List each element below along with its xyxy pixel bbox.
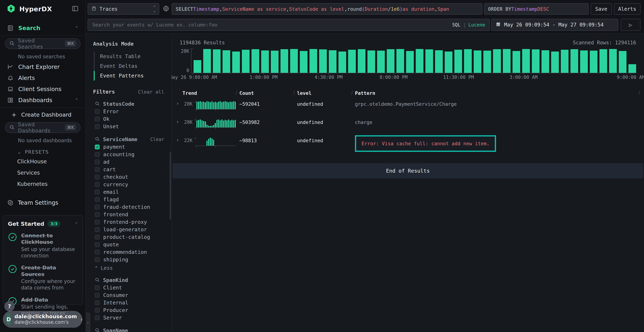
analysis-mode-results-table[interactable]: Results Table (94, 52, 172, 61)
row-expand-chevron-icon[interactable]: › (174, 116, 182, 125)
filter-option-server[interactable]: Server (86, 314, 172, 322)
checkbox-icon[interactable] (95, 235, 100, 240)
team-settings-item[interactable]: Team Settings (0, 190, 86, 206)
checkbox-icon[interactable] (95, 212, 100, 217)
column-header-trend[interactable]: Trend (182, 88, 239, 98)
language-toggle-lucene[interactable]: Lucene (468, 22, 485, 28)
column-header-count[interactable]: Count⋮⋮ (239, 88, 297, 98)
analysis-mode-event-patterns[interactable]: Event Patterns (94, 71, 172, 80)
filter-option-checkout[interactable]: checkout (86, 173, 172, 181)
checkbox-checked-icon[interactable] (95, 144, 100, 149)
save-button[interactable]: Save (591, 3, 612, 15)
filter-option-load-generator[interactable]: load-generator (86, 226, 172, 233)
create-dashboard-button[interactable]: + Create Dashboard (0, 110, 86, 120)
get-started-item[interactable]: Connect to ClickHouse Set up your databa… (8, 232, 78, 259)
chevron-up-icon[interactable]: ⌃ (75, 98, 78, 103)
filter-option-accounting[interactable]: accounting (86, 150, 172, 158)
sidebar-collapse-icon[interactable] (71, 5, 79, 13)
filter-option-email[interactable]: email (86, 188, 172, 196)
filter-option-client[interactable]: Client (86, 284, 172, 292)
filter-option-producer[interactable]: Producer (86, 306, 172, 314)
language-toggle-sql[interactable]: SQL (452, 22, 460, 28)
checkbox-icon[interactable] (95, 167, 100, 172)
search-input[interactable]: Search your events w/ Lucene ex. column:… (88, 19, 490, 31)
search-icon[interactable] (95, 101, 100, 107)
sidebar-item-alerts[interactable]: Alerts (0, 72, 86, 84)
checkbox-icon[interactable] (95, 227, 100, 232)
order-by-editor[interactable]: ORDER BY Timestamp DESC (484, 3, 588, 15)
clear-all-filters-link[interactable]: Clear all (138, 89, 164, 95)
column-drag-handle-icon[interactable]: ⋮⋮ (350, 90, 359, 95)
show-less-toggle[interactable]: ⌃ Less (86, 263, 172, 271)
analysis-mode-event-deltas[interactable]: Event Deltas (94, 61, 172, 71)
chevron-up-icon[interactable]: ⌃ (75, 222, 78, 226)
checkbox-icon[interactable] (95, 182, 100, 187)
search-icon[interactable] (95, 136, 100, 142)
alerts-button[interactable]: Alerts (614, 3, 640, 15)
checkbox-icon[interactable] (95, 197, 100, 202)
checkbox-icon[interactable] (95, 124, 100, 129)
sidebar-item-dashboards[interactable]: Dashboards ⌃ (0, 95, 86, 106)
sidebar-item-search[interactable]: Search ⌃ (0, 22, 86, 34)
row-expand-chevron-icon[interactable]: › (174, 98, 182, 106)
checkbox-icon[interactable] (95, 300, 100, 305)
checkbox-icon[interactable] (95, 117, 100, 122)
preset-kubernetes[interactable]: Kubernetes (0, 178, 86, 190)
date-range-picker[interactable]: May 26 09:09:54 - May 27 09:09:54 (491, 19, 618, 31)
filter-option-fraud-detection[interactable]: fraud-detection (86, 203, 172, 211)
checkbox-icon[interactable] (95, 257, 100, 262)
checkbox-icon[interactable] (95, 205, 100, 210)
search-icon[interactable] (95, 277, 100, 283)
get-started-item[interactable]: Create Data Sources Configure where your… (8, 264, 78, 291)
pattern-row[interactable]: › 22K ~98813 undefined Error: Visa cache… (172, 134, 644, 152)
preset-services[interactable]: Services (0, 167, 86, 178)
checkbox-icon[interactable] (95, 190, 100, 194)
chevron-up-icon[interactable]: ⌃ (75, 26, 78, 30)
filter-option-recommendation[interactable]: recommendation (86, 248, 172, 256)
checkbox-icon[interactable] (95, 315, 100, 320)
sidebar-item-client-sessions[interactable]: Client Sessions (0, 84, 86, 95)
filter-option-frontend-proxy[interactable]: frontend-proxy (86, 218, 172, 226)
checkbox-icon[interactable] (95, 242, 100, 247)
sql-select-editor[interactable]: SELECT Timestamp, ServiceName as service… (172, 3, 482, 15)
filter-option-quote[interactable]: quote (86, 241, 172, 248)
checkbox-icon[interactable] (95, 160, 100, 164)
filter-option-payment[interactable]: payment (86, 143, 172, 150)
pattern-row[interactable]: › 28K ~503982 undefined charge (172, 116, 644, 134)
presets-section-header[interactable]: ⌄ PRESETS (0, 145, 86, 156)
column-drag-handle-icon[interactable]: ⋮⋮ (292, 90, 301, 95)
search-icon[interactable] (95, 328, 100, 332)
panel-collapse-handle[interactable]: › (86, 313, 90, 332)
preset-clickhouse[interactable]: ClickHouse (0, 156, 86, 167)
sidebar-item-chart-explorer[interactable]: Chart Explorer (0, 61, 86, 72)
checkbox-icon[interactable] (95, 174, 100, 180)
saved-dashboards-input[interactable]: Saved Dashboards ⌘K (5, 122, 80, 133)
pattern-row[interactable]: › 28K ~592041 undefined grpc.oteldemo.Pa… (172, 98, 644, 116)
filter-option-consumer[interactable]: Consumer (86, 292, 172, 299)
checkbox-icon[interactable] (95, 250, 100, 254)
clear-servicename-link[interactable]: Clear (150, 137, 164, 142)
checkbox-icon[interactable] (95, 293, 100, 298)
filter-option-ok[interactable]: Ok (86, 115, 172, 123)
table-menu-icon[interactable]: ⋮ (637, 90, 641, 95)
column-header-level[interactable]: level⋮⋮ (297, 88, 355, 98)
filter-option-product-catalog[interactable]: product-catalog (86, 233, 172, 241)
help-button[interactable]: ? (4, 301, 15, 312)
row-expand-chevron-icon[interactable]: › (174, 134, 182, 143)
saved-searches-input[interactable]: Saved Searches ⌘K (5, 38, 80, 49)
filter-option-shipping[interactable]: shipping (86, 256, 172, 263)
filter-option-flagd[interactable]: flagd (86, 196, 172, 203)
scrollbar-thumb[interactable] (170, 152, 171, 220)
checkbox-icon[interactable] (95, 109, 100, 114)
column-drag-handle-icon[interactable]: ⋮⋮ (234, 90, 243, 95)
filter-option-unset[interactable]: Unset (86, 123, 172, 130)
column-header-pattern[interactable]: Pattern⋮⋮⋮ (355, 88, 636, 98)
source-settings-gear-icon[interactable] (162, 5, 170, 13)
histogram-plot[interactable] (191, 48, 636, 73)
checkbox-icon[interactable] (95, 152, 100, 157)
checkbox-icon[interactable] (95, 285, 100, 290)
source-select[interactable]: Traces ⌃⌄ (88, 3, 159, 15)
filter-option-frontend[interactable]: frontend (86, 211, 172, 218)
filter-option-currency[interactable]: currency (86, 181, 172, 188)
checkbox-icon[interactable] (95, 308, 100, 313)
